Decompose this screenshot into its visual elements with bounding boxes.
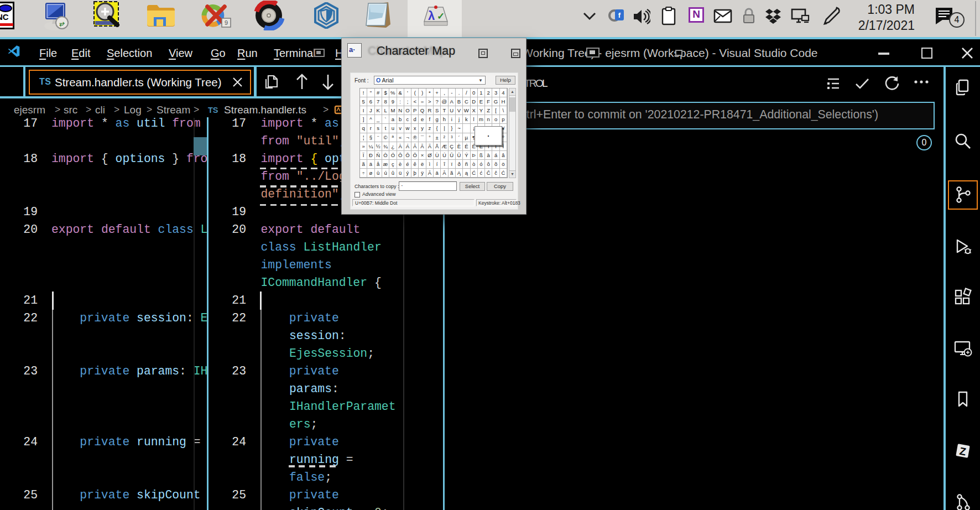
svg-text:✓: ✓ [437, 11, 445, 22]
svg-text:⥂: ⥂ [59, 19, 65, 27]
svg-text:λ: λ [428, 9, 435, 23]
svg-text:9: 9 [225, 19, 228, 26]
svg-text:f: f [618, 11, 621, 19]
